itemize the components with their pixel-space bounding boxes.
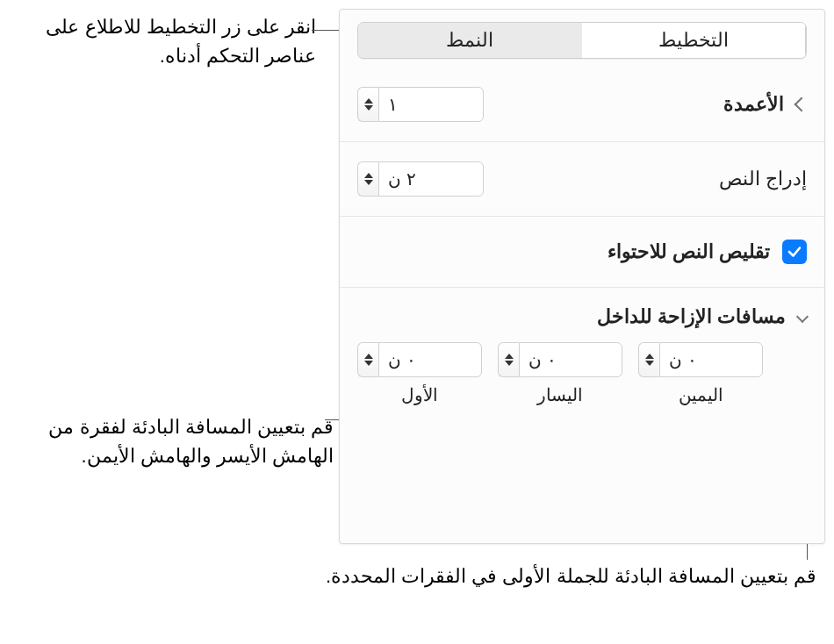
stepper-arrows-icon[interactable] [498, 342, 519, 377]
tab-layout-label: التخطيط [658, 29, 729, 52]
callout-first-indent: قم بتعيين المسافة البادئة للجملة الأولى … [325, 562, 816, 590]
callout-tabs: انقر على زر التخطيط للاطلاع على عناصر ال… [18, 12, 316, 70]
indent-left: ٠ ن اليسار [498, 342, 622, 405]
columns-stepper[interactable]: ١ [357, 87, 484, 122]
shrink-label: تقليص النص للاحتواء [608, 240, 770, 263]
stepper-arrows-icon[interactable] [638, 342, 659, 377]
indent-first-sublabel: الأول [401, 384, 438, 405]
indent-right-sublabel: اليمين [679, 384, 723, 405]
shrink-checkbox[interactable] [782, 240, 807, 264]
callout-margins: قم بتعيين المسافة البادئة لفقرة من الهام… [18, 412, 334, 470]
tab-style-label: النمط [446, 29, 493, 52]
indent-left-field[interactable]: ٠ ن [519, 342, 622, 377]
columns-label: الأعمدة [723, 93, 784, 116]
row-shrink: تقليص النص للاحتواء [340, 216, 824, 287]
text-inset-field[interactable]: ٢ ن [378, 161, 484, 197]
indent-left-sublabel: اليسار [537, 384, 583, 405]
indent-right-field[interactable]: ٠ ن [659, 342, 763, 377]
indents-label: مسافات الإزاحة للداخل [597, 305, 786, 328]
stepper-arrows-icon[interactable] [357, 161, 378, 197]
checkmark-icon [787, 244, 802, 260]
indent-left-stepper[interactable]: ٠ ن [498, 342, 622, 377]
indent-first-field[interactable]: ٠ ن [378, 342, 482, 377]
text-inset-label: إدراج النص [719, 168, 807, 190]
text-inset-stepper[interactable]: ٢ ن [357, 161, 484, 197]
indent-first: ٠ ن الأول [357, 342, 482, 405]
tab-style[interactable]: النمط [358, 23, 582, 58]
inspector-panel: النمط التخطيط الأعمدة ١ إدراج النص ٢ ن [339, 9, 825, 544]
segmented-tabs: النمط التخطيط [357, 22, 807, 59]
columns-field[interactable]: ١ [378, 87, 484, 122]
chevron-left-icon[interactable] [794, 97, 809, 112]
row-text-inset: إدراج النص ٢ ن [340, 141, 824, 216]
row-indents: مسافات الإزاحة للداخل ٠ ن الأول [340, 287, 824, 414]
indent-right-stepper[interactable]: ٠ ن [638, 342, 763, 377]
tab-layout[interactable]: التخطيط [582, 23, 807, 58]
chevron-down-icon[interactable] [796, 311, 809, 323]
indent-right: ٠ ن اليمين [638, 342, 763, 405]
stepper-arrows-icon[interactable] [357, 342, 378, 377]
indent-first-stepper[interactable]: ٠ ن [357, 342, 482, 377]
stepper-arrows-icon[interactable] [357, 87, 378, 122]
row-columns: الأعمدة ١ [340, 68, 824, 141]
